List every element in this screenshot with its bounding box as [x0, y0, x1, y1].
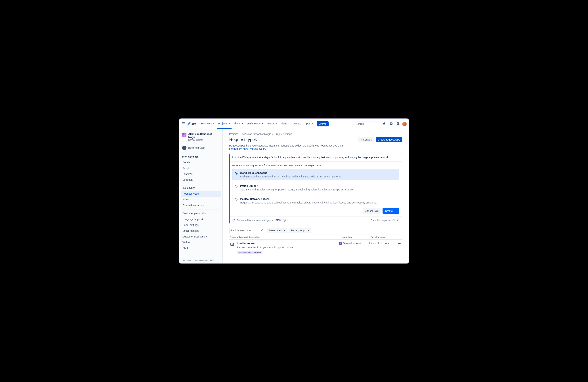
rate-response-label: Rate this response	[371, 219, 391, 222]
radio-icon	[235, 198, 237, 201]
project-header: 🦜 Atlassian School of Magic Service proj…	[181, 133, 221, 144]
svg-line-5	[263, 231, 263, 231]
intro-text: Request types help you categorize incomi…	[229, 144, 402, 147]
search-input[interactable]	[356, 122, 378, 125]
nav-apps[interactable]: Apps▼	[303, 119, 315, 129]
sparkle-icon	[359, 138, 362, 141]
suggestion-title: Magical Network Access	[240, 197, 377, 200]
suggest-button[interactable]: Suggest	[358, 137, 374, 142]
breadcrumb-project[interactable]: Atlassian School of Magic	[242, 133, 271, 135]
email-channel-badge: USED BY EMAIL CHANNEL	[237, 251, 262, 254]
sidebar-item-email-requests[interactable]: Email requests	[181, 228, 221, 234]
sidebar-item-external-resources[interactable]: External resources	[181, 202, 221, 208]
suggestion-title: Wand Troubleshooting	[240, 172, 342, 174]
esc-key-badge: Esc	[374, 210, 379, 212]
find-request-type-input[interactable]	[231, 229, 261, 232]
sidebar-item-request-types[interactable]: Request types	[181, 191, 221, 197]
more-actions-icon[interactable]: •••	[396, 242, 401, 245]
create-button[interactable]: Create	[317, 121, 329, 126]
request-type-desc: Request received from your email support…	[237, 246, 337, 249]
request-types-table-header: Request type and description Issue type …	[229, 236, 402, 240]
create-request-type-button[interactable]: Create request type	[376, 137, 402, 142]
chevron-down-icon: ▼	[229, 123, 230, 124]
suggestion-desc: Requests for accessing and troubleshooti…	[240, 201, 377, 204]
radio-icon	[235, 185, 237, 188]
col-issue-type: Issue type	[342, 236, 371, 238]
breadcrumb-projects[interactable]: Projects	[229, 133, 238, 135]
sidebar-item-summary[interactable]: Summary	[181, 177, 221, 183]
page-title: Request types	[229, 137, 257, 142]
ai-prompt-text: I run the IT department at a Magic Schoo…	[229, 153, 402, 162]
nav-assets[interactable]: Assets	[292, 119, 302, 129]
create-suggestion-button[interactable]: Create	[382, 208, 399, 214]
top-navigation: Jira Your work▼ Projects▼ Filters▼ Dashb…	[179, 119, 409, 129]
settings-icon[interactable]	[395, 121, 400, 126]
email-icon	[230, 242, 234, 247]
request-type-row[interactable]: Emailed request Request received from yo…	[229, 240, 402, 257]
chevron-down-icon: ▼	[262, 123, 263, 124]
back-label: Back to project	[188, 146, 205, 149]
breadcrumb-settings[interactable]: Project settings	[275, 133, 292, 135]
user-avatar[interactable]	[402, 122, 407, 126]
sidebar-item-features[interactable]: Features	[181, 171, 221, 177]
app-switcher-icon[interactable]	[181, 122, 186, 126]
suggestion-magical-network-access[interactable]: Magical Network Access Requests for acce…	[232, 195, 399, 206]
ai-suggestion-panel: I run the IT department at a Magic Schoo…	[229, 153, 402, 224]
sidebar-heading: Project settings	[181, 154, 221, 159]
thumbs-up-icon[interactable]	[392, 218, 395, 222]
svg-text:?: ?	[390, 123, 392, 125]
jira-mark-icon	[187, 122, 191, 126]
help-icon[interactable]: ?	[388, 121, 394, 126]
sidebar-item-forms[interactable]: Forms	[181, 197, 221, 202]
global-search[interactable]	[351, 122, 380, 126]
sidebar-item-customer-permissions[interactable]: Customer permissions	[181, 210, 221, 216]
sidebar-item-widget[interactable]: Widget	[181, 239, 221, 245]
portal-groups-filter[interactable]: Portal groups▼	[289, 228, 311, 233]
suggestion-desc: Assistance with wand-related issues, suc…	[240, 175, 342, 178]
chevron-down-icon: ▼	[308, 229, 309, 231]
suggestion-potion-support[interactable]: Potion Support Guidance and troubleshoot…	[232, 182, 399, 193]
ai-lead-text: Here are some suggestions for request ty…	[232, 164, 399, 167]
chevron-down-icon: ▼	[213, 123, 214, 124]
search-icon	[353, 123, 355, 125]
nav-dashboards[interactable]: Dashboards▼	[246, 119, 265, 129]
chevron-down-icon: ▼	[284, 229, 285, 231]
notifications-icon[interactable]	[382, 121, 387, 126]
sidebar-item-chat[interactable]: Chat	[181, 245, 221, 251]
project-subtitle: Service project	[188, 139, 220, 141]
chevron-down-icon: ▼	[288, 123, 290, 124]
suggestion-title: Potion Support	[240, 185, 354, 187]
info-icon[interactable]: i	[283, 219, 286, 222]
app-window: Jira Your work▼ Projects▼ Filters▼ Dashb…	[179, 119, 409, 263]
nav-teams[interactable]: Teams▼	[265, 119, 278, 129]
sidebar-item-portal-settings[interactable]: Portal settings	[181, 222, 221, 228]
back-to-project[interactable]: ← Back to project	[181, 144, 221, 152]
sidebar: 🦜 Atlassian School of Magic Service proj…	[179, 129, 223, 263]
nav-your-work[interactable]: Your work▼	[199, 119, 216, 129]
jira-logo[interactable]: Jira	[187, 122, 196, 126]
main-content: Projects/ Atlassian School of Magic/ Pro…	[223, 129, 409, 263]
nav-filters[interactable]: Filters▼	[232, 119, 245, 129]
back-arrow-icon: ←	[182, 146, 187, 150]
suggestion-wand-troubleshooting[interactable]: Wand Troubleshooting Assistance with wan…	[232, 169, 399, 180]
nav-plans[interactable]: Plans▼	[279, 119, 291, 129]
sidebar-item-people[interactable]: People	[181, 165, 221, 171]
col-request-type: Request type and description	[230, 236, 342, 238]
request-type-title: Emailed request	[237, 242, 337, 245]
chevron-down-icon: ▼	[275, 123, 277, 124]
suggestion-desc: Guidance and troubleshooting for potion-…	[240, 188, 354, 191]
thumbs-down-icon[interactable]	[396, 218, 399, 222]
issue-types-filter[interactable]: Issue types▼	[267, 228, 287, 233]
cancel-button[interactable]: Cancel Esc	[363, 208, 381, 214]
sidebar-item-customer-notifications[interactable]: Customer notifications	[181, 234, 221, 239]
learn-more-link[interactable]: Learn more about request types.	[229, 147, 266, 150]
sidebar-item-issue-types[interactable]: Issue types	[181, 185, 221, 191]
sidebar-item-language-support[interactable]: Language support	[181, 216, 221, 222]
sidebar-item-details[interactable]: Details	[181, 159, 221, 165]
find-request-type-box[interactable]	[229, 228, 265, 233]
breadcrumbs: Projects/ Atlassian School of Magic/ Pro…	[229, 133, 402, 135]
filter-row: Issue types▼ Portal groups▼	[229, 228, 402, 233]
search-icon	[261, 229, 264, 232]
project-icon: 🦜	[182, 133, 187, 137]
nav-projects[interactable]: Projects▼	[217, 119, 231, 129]
